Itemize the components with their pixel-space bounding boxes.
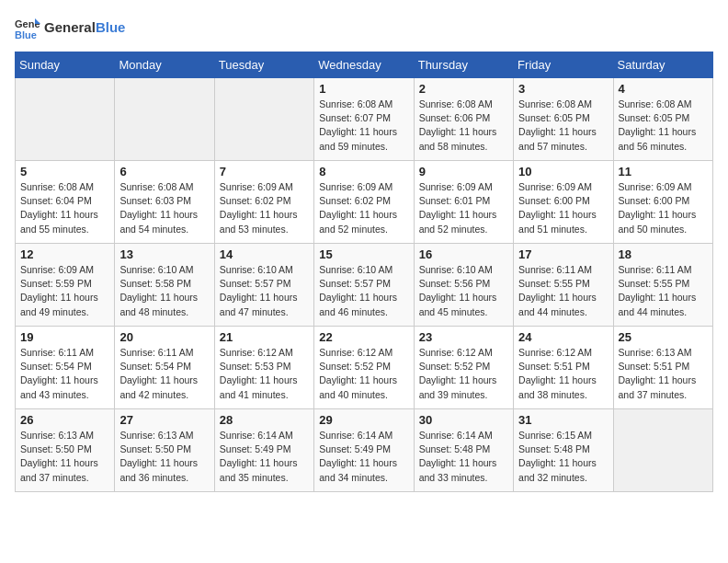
day-number: 25 [619,330,708,344]
calendar-table: SundayMondayTuesdayWednesdayThursdayFrid… [15,52,713,492]
header-day-monday: Monday [115,52,214,78]
calendar-cell: 20Sunrise: 6:11 AM Sunset: 5:54 PM Dayli… [115,327,214,409]
calendar-cell: 22Sunrise: 6:12 AM Sunset: 5:52 PM Dayli… [314,327,414,409]
calendar-cell: 18Sunrise: 6:11 AM Sunset: 5:55 PM Dayli… [613,244,712,327]
calendar-cell: 15Sunrise: 6:10 AM Sunset: 5:57 PM Dayli… [314,244,414,327]
day-info: Sunrise: 6:10 AM Sunset: 5:57 PM Dayligh… [319,263,408,319]
calendar-cell: 9Sunrise: 6:09 AM Sunset: 6:01 PM Daylig… [414,161,513,244]
calendar-cell: 3Sunrise: 6:08 AM Sunset: 6:05 PM Daylig… [514,78,613,161]
day-info: Sunrise: 6:08 AM Sunset: 6:06 PM Dayligh… [419,98,508,154]
day-number: 16 [419,247,508,261]
header-day-tuesday: Tuesday [214,52,313,78]
header-day-saturday: Saturday [613,52,712,78]
day-number: 2 [419,82,508,96]
calendar-cell: 10Sunrise: 6:09 AM Sunset: 6:00 PM Dayli… [514,161,613,244]
day-number: 5 [20,165,109,178]
header-day-sunday: Sunday [16,52,115,78]
day-info: Sunrise: 6:14 AM Sunset: 5:48 PM Dayligh… [419,429,508,485]
day-info: Sunrise: 6:11 AM Sunset: 5:54 PM Dayligh… [119,346,209,402]
day-info: Sunrise: 6:13 AM Sunset: 5:51 PM Dayligh… [619,346,708,402]
day-number: 22 [319,330,408,344]
calendar-cell [613,409,712,492]
calendar-cell [214,78,313,161]
day-number: 30 [419,413,508,427]
calendar-cell: 24Sunrise: 6:12 AM Sunset: 5:51 PM Dayli… [514,327,613,409]
day-info: Sunrise: 6:10 AM Sunset: 5:58 PM Dayligh… [119,263,209,319]
day-number: 4 [619,82,708,96]
day-number: 1 [319,82,408,96]
day-info: Sunrise: 6:12 AM Sunset: 5:51 PM Dayligh… [518,346,608,402]
day-info: Sunrise: 6:10 AM Sunset: 5:57 PM Dayligh… [220,263,309,319]
day-number: 19 [20,330,109,344]
header-day-thursday: Thursday [414,52,513,78]
calendar-cell: 14Sunrise: 6:10 AM Sunset: 5:57 PM Dayli… [214,244,313,327]
calendar-cell: 19Sunrise: 6:11 AM Sunset: 5:54 PM Dayli… [16,327,115,409]
day-number: 20 [119,330,209,344]
day-number: 12 [20,247,109,261]
calendar-week-row: 12Sunrise: 6:09 AM Sunset: 5:59 PM Dayli… [16,244,713,327]
day-info: Sunrise: 6:12 AM Sunset: 5:53 PM Dayligh… [220,346,309,402]
calendar-header-row: SundayMondayTuesdayWednesdayThursdayFrid… [16,52,713,78]
day-number: 11 [619,165,708,178]
day-info: Sunrise: 6:09 AM Sunset: 6:01 PM Dayligh… [419,180,508,236]
logo-icon: General Blue [15,15,40,40]
day-info: Sunrise: 6:12 AM Sunset: 5:52 PM Dayligh… [419,346,508,402]
calendar-cell: 31Sunrise: 6:15 AM Sunset: 5:48 PM Dayli… [514,409,613,492]
day-info: Sunrise: 6:09 AM Sunset: 6:02 PM Dayligh… [220,180,309,236]
calendar-cell: 16Sunrise: 6:10 AM Sunset: 5:56 PM Dayli… [414,244,513,327]
day-number: 7 [220,165,309,178]
calendar-cell: 28Sunrise: 6:14 AM Sunset: 5:49 PM Dayli… [214,409,313,492]
day-info: Sunrise: 6:09 AM Sunset: 6:02 PM Dayligh… [319,180,408,236]
logo: General Blue GeneralBlue [15,15,125,40]
calendar-week-row: 1Sunrise: 6:08 AM Sunset: 6:07 PM Daylig… [16,78,713,161]
calendar-cell: 5Sunrise: 6:08 AM Sunset: 6:04 PM Daylig… [16,161,115,244]
day-number: 23 [419,330,508,344]
logo-general-text: GeneralBlue [44,20,125,36]
calendar-cell: 27Sunrise: 6:13 AM Sunset: 5:50 PM Dayli… [115,409,214,492]
calendar-week-row: 5Sunrise: 6:08 AM Sunset: 6:04 PM Daylig… [16,161,713,244]
day-number: 26 [20,413,109,427]
day-number: 9 [419,165,508,178]
calendar-cell: 7Sunrise: 6:09 AM Sunset: 6:02 PM Daylig… [214,161,313,244]
calendar-cell: 21Sunrise: 6:12 AM Sunset: 5:53 PM Dayli… [214,327,313,409]
calendar-cell: 8Sunrise: 6:09 AM Sunset: 6:02 PM Daylig… [314,161,414,244]
day-info: Sunrise: 6:13 AM Sunset: 5:50 PM Dayligh… [20,429,109,485]
day-info: Sunrise: 6:08 AM Sunset: 6:05 PM Dayligh… [619,98,708,154]
day-number: 13 [119,247,209,261]
svg-text:Blue: Blue [15,29,37,40]
calendar-cell: 4Sunrise: 6:08 AM Sunset: 6:05 PM Daylig… [613,78,712,161]
calendar-cell: 29Sunrise: 6:14 AM Sunset: 5:49 PM Dayli… [314,409,414,492]
day-info: Sunrise: 6:14 AM Sunset: 5:49 PM Dayligh… [319,429,408,485]
day-number: 15 [319,247,408,261]
header-day-friday: Friday [514,52,613,78]
calendar-week-row: 26Sunrise: 6:13 AM Sunset: 5:50 PM Dayli… [16,409,713,492]
calendar-cell: 11Sunrise: 6:09 AM Sunset: 6:00 PM Dayli… [613,161,712,244]
calendar-cell: 13Sunrise: 6:10 AM Sunset: 5:58 PM Dayli… [115,244,214,327]
calendar-cell: 23Sunrise: 6:12 AM Sunset: 5:52 PM Dayli… [414,327,513,409]
calendar-cell: 26Sunrise: 6:13 AM Sunset: 5:50 PM Dayli… [16,409,115,492]
day-info: Sunrise: 6:12 AM Sunset: 5:52 PM Dayligh… [319,346,408,402]
day-info: Sunrise: 6:08 AM Sunset: 6:04 PM Dayligh… [20,180,109,236]
day-number: 31 [518,413,608,427]
calendar-cell: 30Sunrise: 6:14 AM Sunset: 5:48 PM Dayli… [414,409,513,492]
day-number: 21 [220,330,309,344]
day-info: Sunrise: 6:09 AM Sunset: 6:00 PM Dayligh… [619,180,708,236]
day-number: 28 [220,413,309,427]
calendar-cell [16,78,115,161]
calendar-cell: 25Sunrise: 6:13 AM Sunset: 5:51 PM Dayli… [613,327,712,409]
calendar-cell: 17Sunrise: 6:11 AM Sunset: 5:55 PM Dayli… [514,244,613,327]
day-number: 18 [619,247,708,261]
day-info: Sunrise: 6:11 AM Sunset: 5:55 PM Dayligh… [518,263,608,319]
day-number: 14 [220,247,309,261]
day-number: 6 [119,165,209,178]
calendar-cell: 6Sunrise: 6:08 AM Sunset: 6:03 PM Daylig… [115,161,214,244]
day-number: 29 [319,413,408,427]
day-info: Sunrise: 6:09 AM Sunset: 6:00 PM Dayligh… [518,180,608,236]
day-info: Sunrise: 6:08 AM Sunset: 6:05 PM Dayligh… [518,98,608,154]
day-info: Sunrise: 6:08 AM Sunset: 6:03 PM Dayligh… [119,180,209,236]
day-info: Sunrise: 6:13 AM Sunset: 5:50 PM Dayligh… [119,429,209,485]
day-info: Sunrise: 6:11 AM Sunset: 5:55 PM Dayligh… [619,263,708,319]
calendar-cell [115,78,214,161]
header-day-wednesday: Wednesday [314,52,414,78]
day-number: 24 [518,330,608,344]
